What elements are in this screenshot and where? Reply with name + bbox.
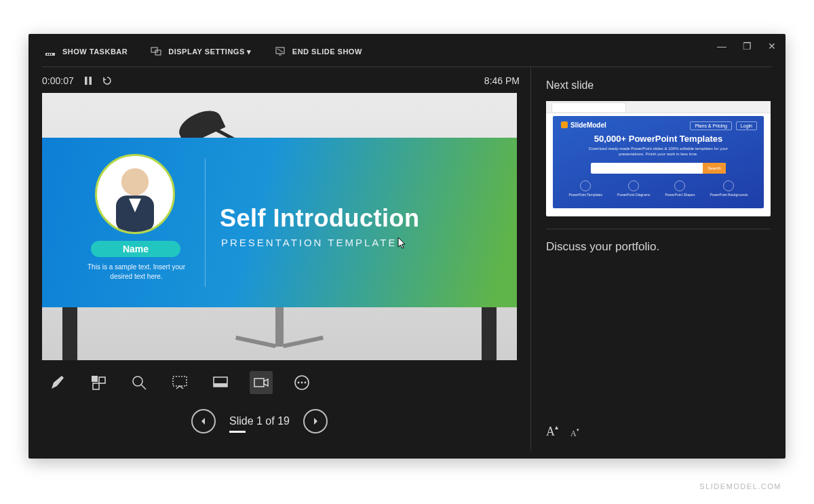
slide-title: Self Introduction [220,204,419,233]
svg-rect-20 [214,383,227,387]
svg-point-16 [133,376,142,386]
sample-text: This is a sample text. Insert your desir… [83,263,190,281]
svg-rect-2 [49,54,50,55]
svg-rect-21 [254,379,264,387]
pen-tool[interactable] [46,371,69,394]
svg-point-11 [121,168,149,195]
svg-line-7 [277,49,283,52]
clock-time: 8:46 PM [484,75,520,86]
zoom-tool[interactable] [128,371,151,394]
cursor-icon [398,237,407,252]
attribution-text: SLIDEMODEL.COM [699,482,781,490]
svg-line-17 [141,385,146,389]
svg-rect-18 [173,376,187,386]
show-taskbar-label: SHOW TASKBAR [62,47,128,56]
site-graphic: SlideModel Plans & Pricing Login 50,000+… [553,116,764,208]
thumb-cat2: PowerPoint Diagrams [617,180,650,197]
svg-rect-1 [47,54,48,55]
next-slide-button[interactable] [303,409,328,433]
more-tools[interactable] [290,371,313,394]
presenter-view-window: — ❐ ✕ SHOW TASKBAR DISPLAY SETTINGS ▾ EN… [28,34,786,459]
thumb-search-btn: Search [703,163,726,174]
window-controls: — ❐ ✕ [717,41,776,52]
display-settings-icon [151,46,161,57]
slide-banner: Name This is a sample text. Insert your … [42,138,517,307]
left-panel: 0:00:07 8:46 PM Name This [28,67,530,451]
end-show-label: END SLIDE SHOW [292,47,362,56]
restart-icon[interactable] [102,76,112,85]
show-taskbar-button[interactable]: SHOW TASKBAR [45,46,128,57]
timer-bar: 0:00:07 8:46 PM [42,75,520,86]
svg-rect-10 [89,77,92,85]
svg-rect-15 [93,383,99,389]
svg-rect-3 [51,54,52,55]
decrease-font-button[interactable]: A▾ [570,429,579,439]
slide-subtitle: PRESENTATION TEMPLATE [221,237,397,248]
increase-font-button[interactable]: A▴ [546,425,558,439]
presenter-tools [42,371,520,394]
font-size-controls: A▴ A▾ [546,425,771,439]
next-slide-thumbnail[interactable]: SlideModel Plans & Pricing Login 50,000+… [546,101,771,216]
svg-rect-9 [85,77,88,85]
thumb-login: Login [736,121,757,130]
svg-rect-14 [99,377,105,383]
thumb-cat1: PowerPoint Templates [568,180,602,197]
thumb-headline: 50,000+ PowerPoint Templates [553,134,764,144]
slide-counter: Slide 1 of 19 [229,415,290,427]
display-settings-button[interactable]: DISPLAY SETTINGS ▾ [151,46,252,57]
minimize-button[interactable]: — [717,41,726,52]
prev-slide-button[interactable] [191,409,216,433]
thumb-categories: PowerPoint Templates PowerPoint Diagrams… [553,180,764,197]
end-show-icon [275,46,286,57]
current-slide[interactable]: Name This is a sample text. Insert your … [42,93,517,360]
slide-nav: Slide 1 of 19 [42,409,520,433]
next-slide-label: Next slide [546,79,771,92]
banner-divider [205,158,206,287]
elapsed-time: 0:00:07 [42,75,74,86]
browser-chrome-graphic [546,101,771,113]
top-toolbar: SHOW TASKBAR DISPLAY SETTINGS ▾ END SLID… [28,34,786,66]
svg-point-23 [298,382,300,384]
svg-rect-13 [92,376,98,382]
end-slideshow-button[interactable]: END SLIDE SHOW [275,46,362,57]
taskbar-icon [45,46,56,57]
avatar-image [95,154,175,234]
svg-point-25 [305,382,307,384]
thumb-searchbar: Search [591,163,726,174]
display-settings-label: DISPLAY SETTINGS ▾ [168,47,252,56]
thumb-logo: SlideModel [561,121,606,129]
thumb-cat3: PowerPoint Shapes [665,180,695,197]
camera-tool[interactable] [250,371,273,394]
black-screen-tool[interactable] [168,371,191,394]
thumb-cat4: PowerPoint Backgrounds [710,180,748,197]
name-pill: Name [91,241,180,257]
thumb-sub: Download ready-made PowerPoint slides & … [585,147,733,157]
right-panel: Next slide SlideModel Plans & Pricing Lo… [530,67,786,451]
svg-point-24 [301,382,303,384]
close-button[interactable]: ✕ [768,41,776,52]
subtitle-tool[interactable] [209,371,232,394]
speaker-notes[interactable]: Discuss your portfolio. [546,240,771,425]
see-all-slides[interactable] [87,371,110,394]
thumb-plans: Plans & Pricing [690,121,731,130]
pause-icon[interactable] [83,76,93,85]
right-divider [546,229,771,229]
restore-button[interactable]: ❐ [743,41,752,52]
